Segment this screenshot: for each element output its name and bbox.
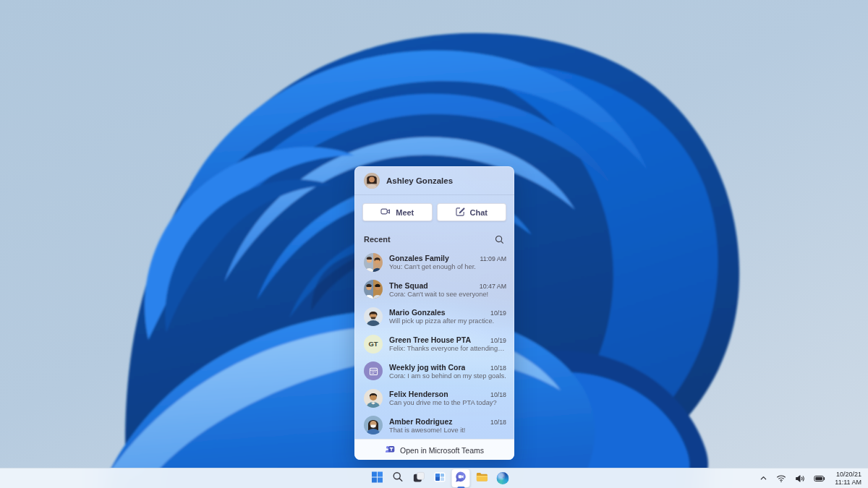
conversation-name: The Squad [389, 281, 428, 290]
taskbar-clock[interactable]: 10/20/21 11:11 AM [832, 471, 864, 487]
search-icon [392, 471, 403, 485]
taskbar-time: 11:11 AM [835, 479, 861, 487]
conversation-row[interactable]: Weekly jog with Cora 10/18 Cora: I am so… [354, 357, 514, 385]
chat-button-taskbar[interactable] [451, 469, 469, 487]
edge-button[interactable] [493, 469, 511, 487]
search-button[interactable] [388, 469, 407, 487]
photo-avatar [364, 307, 383, 326]
compose-icon [456, 206, 465, 219]
conversation-name: Green Tree House PTA [389, 335, 471, 344]
file-explorer-button[interactable] [472, 469, 490, 487]
open-in-teams-label: Open in Microsoft Teams [400, 446, 484, 455]
task-view-button[interactable] [409, 469, 427, 487]
conversation-row[interactable]: The Squad 10:47 AM Cora: Can't wait to s… [354, 276, 514, 304]
widgets-button[interactable] [430, 469, 448, 487]
conversation-time: 10/19 [490, 337, 506, 344]
group-photo-avatar [364, 280, 383, 299]
windows-start-icon [371, 471, 383, 486]
volume-icon[interactable] [793, 470, 807, 487]
meet-button-label: Meet [396, 208, 414, 217]
flyout-header: Ashley Gonzales [354, 166, 514, 195]
taskbar: 10/20/21 11:11 AM [0, 468, 868, 488]
conversation-name: Mario Gonzales [389, 308, 446, 317]
conversation-preview: Will pick up pizza after my practice. [389, 317, 506, 325]
conversation-list: Gonzales Family 11:09 AM You: Can't get … [354, 249, 514, 439]
chat-button[interactable]: Chat [437, 203, 507, 221]
user-name: Ashley Gonzales [386, 176, 453, 185]
taskbar-date: 10/20/21 [835, 471, 861, 479]
taskbar-center-icons [367, 468, 511, 488]
conversation-name: Weekly jog with Cora [389, 363, 465, 372]
photo-avatar [364, 389, 383, 408]
hidden-icons-chevron[interactable] [757, 470, 770, 487]
recent-section-header: Recent [354, 230, 514, 249]
conversation-row[interactable]: GT Green Tree House PTA 10/19 Felix: Tha… [354, 330, 514, 358]
conversation-name: Felix Henderson [389, 390, 448, 398]
conversation-row[interactable]: Mario Gonzales 10/19 Will pick up pizza … [354, 303, 514, 330]
conversation-time: 10/18 [490, 391, 506, 398]
conversation-preview: Can you drive me to the PTA today? [389, 399, 506, 406]
search-icon[interactable] [493, 234, 505, 245]
system-tray: 10/20/21 11:11 AM [757, 468, 864, 488]
file-explorer-icon [475, 471, 488, 485]
chat-button-label: Chat [470, 208, 488, 217]
teams-chat-icon [454, 471, 467, 486]
conversation-row[interactable]: Amber Rodriguez 10/18 That is awesome! L… [354, 412, 514, 440]
conversation-name: Gonzales Family [389, 254, 449, 262]
conversation-preview: Felix: Thanks everyone for attending tod… [389, 345, 506, 352]
conversation-time: 11:09 AM [480, 255, 506, 262]
flyout-actions: Meet Chat [354, 195, 514, 228]
conversation-preview: Cora: Can't wait to see everyone! [389, 291, 506, 298]
widgets-icon [433, 471, 446, 486]
calendar-icon-avatar [364, 361, 383, 380]
teams-chat-flyout: Ashley Gonzales Meet Chat Recent [354, 166, 514, 460]
start-button[interactable] [367, 469, 386, 487]
conversation-time: 10/19 [490, 309, 506, 317]
conversation-row[interactable]: Felix Henderson 10/18 Can you drive me t… [354, 385, 514, 412]
battery-icon[interactable] [812, 470, 827, 487]
photo-avatar [364, 416, 383, 435]
conversation-time: 10/18 [490, 364, 506, 372]
group-photo-avatar [364, 253, 383, 272]
conversation-row[interactable]: Gonzales Family 11:09 AM You: Can't get … [354, 249, 514, 276]
open-in-teams-button[interactable]: Open in Microsoft Teams [354, 439, 514, 460]
conversation-preview: You: Can't get enough of her. [389, 263, 506, 270]
user-avatar[interactable] [364, 173, 380, 189]
conversation-preview: That is awesome! Love it! [389, 427, 506, 434]
teams-logo-icon [385, 443, 396, 457]
conversation-time: 10/18 [490, 419, 506, 426]
edge-icon [496, 472, 509, 484]
video-camera-icon [380, 206, 391, 219]
conversation-time: 10:47 AM [480, 283, 506, 290]
conversation-preview: Cora: I am so behind on my step goals. [389, 372, 506, 380]
recent-label: Recent [364, 235, 391, 244]
network-icon[interactable] [774, 470, 788, 487]
task-view-icon [412, 471, 425, 486]
conversation-name: Amber Rodriguez [389, 417, 453, 426]
meet-button[interactable]: Meet [362, 203, 433, 221]
initials-avatar: GT [364, 335, 383, 354]
